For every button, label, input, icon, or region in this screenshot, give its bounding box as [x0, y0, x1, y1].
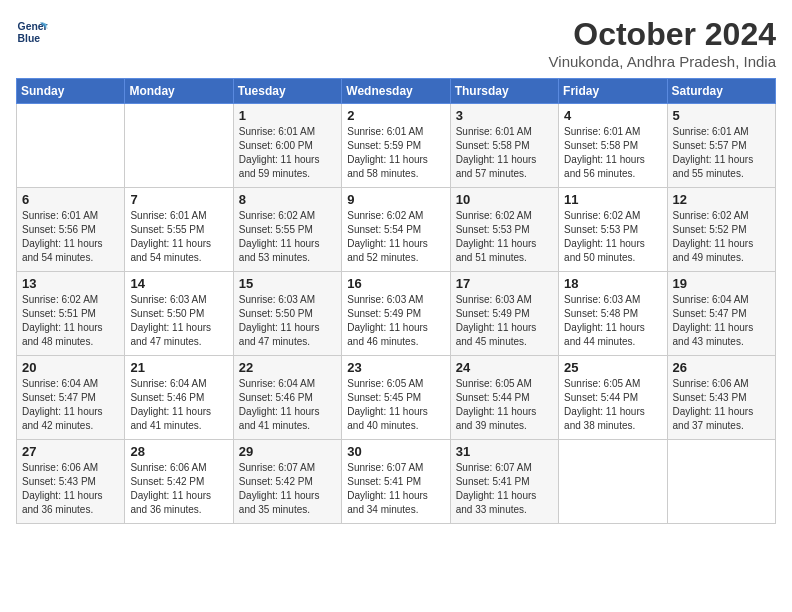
title-block: October 2024 Vinukonda, Andhra Pradesh, … — [549, 16, 776, 70]
calendar-cell: 13Sunrise: 6:02 AM Sunset: 5:51 PM Dayli… — [17, 272, 125, 356]
day-info: Sunrise: 6:02 AM Sunset: 5:51 PM Dayligh… — [22, 293, 119, 349]
day-number: 18 — [564, 276, 661, 291]
day-number: 1 — [239, 108, 336, 123]
day-info: Sunrise: 6:04 AM Sunset: 5:46 PM Dayligh… — [239, 377, 336, 433]
day-info: Sunrise: 6:06 AM Sunset: 5:43 PM Dayligh… — [22, 461, 119, 517]
logo-icon: General Blue — [16, 16, 48, 48]
calendar-cell — [559, 440, 667, 524]
calendar-cell: 25Sunrise: 6:05 AM Sunset: 5:44 PM Dayli… — [559, 356, 667, 440]
day-number: 5 — [673, 108, 770, 123]
svg-text:Blue: Blue — [18, 33, 41, 44]
calendar-cell: 9Sunrise: 6:02 AM Sunset: 5:54 PM Daylig… — [342, 188, 450, 272]
calendar-cell: 11Sunrise: 6:02 AM Sunset: 5:53 PM Dayli… — [559, 188, 667, 272]
day-info: Sunrise: 6:02 AM Sunset: 5:54 PM Dayligh… — [347, 209, 444, 265]
calendar-cell: 6Sunrise: 6:01 AM Sunset: 5:56 PM Daylig… — [17, 188, 125, 272]
day-number: 2 — [347, 108, 444, 123]
day-info: Sunrise: 6:06 AM Sunset: 5:42 PM Dayligh… — [130, 461, 227, 517]
weekday-header: Sunday — [17, 79, 125, 104]
weekday-header: Monday — [125, 79, 233, 104]
calendar-cell: 19Sunrise: 6:04 AM Sunset: 5:47 PM Dayli… — [667, 272, 775, 356]
page-header: General Blue October 2024 Vinukonda, And… — [16, 16, 776, 70]
calendar-week-row: 6Sunrise: 6:01 AM Sunset: 5:56 PM Daylig… — [17, 188, 776, 272]
day-number: 20 — [22, 360, 119, 375]
day-info: Sunrise: 6:05 AM Sunset: 5:45 PM Dayligh… — [347, 377, 444, 433]
weekday-header-row: SundayMondayTuesdayWednesdayThursdayFrid… — [17, 79, 776, 104]
day-info: Sunrise: 6:05 AM Sunset: 5:44 PM Dayligh… — [456, 377, 553, 433]
day-number: 24 — [456, 360, 553, 375]
weekday-header: Thursday — [450, 79, 558, 104]
day-number: 19 — [673, 276, 770, 291]
calendar-cell: 23Sunrise: 6:05 AM Sunset: 5:45 PM Dayli… — [342, 356, 450, 440]
calendar-cell: 29Sunrise: 6:07 AM Sunset: 5:42 PM Dayli… — [233, 440, 341, 524]
day-number: 25 — [564, 360, 661, 375]
calendar-cell — [17, 104, 125, 188]
day-info: Sunrise: 6:02 AM Sunset: 5:53 PM Dayligh… — [456, 209, 553, 265]
day-info: Sunrise: 6:05 AM Sunset: 5:44 PM Dayligh… — [564, 377, 661, 433]
calendar-cell: 20Sunrise: 6:04 AM Sunset: 5:47 PM Dayli… — [17, 356, 125, 440]
weekday-header: Friday — [559, 79, 667, 104]
day-info: Sunrise: 6:07 AM Sunset: 5:41 PM Dayligh… — [456, 461, 553, 517]
day-info: Sunrise: 6:02 AM Sunset: 5:52 PM Dayligh… — [673, 209, 770, 265]
calendar-cell: 7Sunrise: 6:01 AM Sunset: 5:55 PM Daylig… — [125, 188, 233, 272]
day-number: 4 — [564, 108, 661, 123]
calendar-cell: 31Sunrise: 6:07 AM Sunset: 5:41 PM Dayli… — [450, 440, 558, 524]
calendar-cell: 16Sunrise: 6:03 AM Sunset: 5:49 PM Dayli… — [342, 272, 450, 356]
day-number: 31 — [456, 444, 553, 459]
weekday-header: Saturday — [667, 79, 775, 104]
day-info: Sunrise: 6:04 AM Sunset: 5:47 PM Dayligh… — [22, 377, 119, 433]
weekday-header: Wednesday — [342, 79, 450, 104]
calendar-cell: 24Sunrise: 6:05 AM Sunset: 5:44 PM Dayli… — [450, 356, 558, 440]
day-number: 23 — [347, 360, 444, 375]
calendar-cell — [125, 104, 233, 188]
day-info: Sunrise: 6:01 AM Sunset: 6:00 PM Dayligh… — [239, 125, 336, 181]
weekday-header: Tuesday — [233, 79, 341, 104]
month-title: October 2024 — [549, 16, 776, 53]
day-number: 29 — [239, 444, 336, 459]
calendar-cell: 2Sunrise: 6:01 AM Sunset: 5:59 PM Daylig… — [342, 104, 450, 188]
day-number: 26 — [673, 360, 770, 375]
day-info: Sunrise: 6:07 AM Sunset: 5:41 PM Dayligh… — [347, 461, 444, 517]
day-number: 12 — [673, 192, 770, 207]
calendar-cell: 3Sunrise: 6:01 AM Sunset: 5:58 PM Daylig… — [450, 104, 558, 188]
day-number: 10 — [456, 192, 553, 207]
day-number: 15 — [239, 276, 336, 291]
day-info: Sunrise: 6:01 AM Sunset: 5:58 PM Dayligh… — [564, 125, 661, 181]
day-number: 3 — [456, 108, 553, 123]
calendar-cell: 22Sunrise: 6:04 AM Sunset: 5:46 PM Dayli… — [233, 356, 341, 440]
day-info: Sunrise: 6:02 AM Sunset: 5:55 PM Dayligh… — [239, 209, 336, 265]
calendar-cell: 18Sunrise: 6:03 AM Sunset: 5:48 PM Dayli… — [559, 272, 667, 356]
day-info: Sunrise: 6:01 AM Sunset: 5:59 PM Dayligh… — [347, 125, 444, 181]
calendar-cell: 10Sunrise: 6:02 AM Sunset: 5:53 PM Dayli… — [450, 188, 558, 272]
calendar-cell — [667, 440, 775, 524]
day-number: 7 — [130, 192, 227, 207]
calendar-week-row: 20Sunrise: 6:04 AM Sunset: 5:47 PM Dayli… — [17, 356, 776, 440]
day-number: 21 — [130, 360, 227, 375]
calendar-week-row: 13Sunrise: 6:02 AM Sunset: 5:51 PM Dayli… — [17, 272, 776, 356]
logo: General Blue — [16, 16, 48, 48]
day-number: 27 — [22, 444, 119, 459]
calendar-cell: 15Sunrise: 6:03 AM Sunset: 5:50 PM Dayli… — [233, 272, 341, 356]
calendar-cell: 4Sunrise: 6:01 AM Sunset: 5:58 PM Daylig… — [559, 104, 667, 188]
day-number: 9 — [347, 192, 444, 207]
day-info: Sunrise: 6:01 AM Sunset: 5:57 PM Dayligh… — [673, 125, 770, 181]
day-number: 14 — [130, 276, 227, 291]
day-info: Sunrise: 6:06 AM Sunset: 5:43 PM Dayligh… — [673, 377, 770, 433]
calendar-week-row: 27Sunrise: 6:06 AM Sunset: 5:43 PM Dayli… — [17, 440, 776, 524]
calendar-cell: 21Sunrise: 6:04 AM Sunset: 5:46 PM Dayli… — [125, 356, 233, 440]
calendar-cell: 17Sunrise: 6:03 AM Sunset: 5:49 PM Dayli… — [450, 272, 558, 356]
day-number: 17 — [456, 276, 553, 291]
day-info: Sunrise: 6:02 AM Sunset: 5:53 PM Dayligh… — [564, 209, 661, 265]
calendar-cell: 5Sunrise: 6:01 AM Sunset: 5:57 PM Daylig… — [667, 104, 775, 188]
day-info: Sunrise: 6:04 AM Sunset: 5:47 PM Dayligh… — [673, 293, 770, 349]
day-info: Sunrise: 6:07 AM Sunset: 5:42 PM Dayligh… — [239, 461, 336, 517]
calendar-week-row: 1Sunrise: 6:01 AM Sunset: 6:00 PM Daylig… — [17, 104, 776, 188]
day-number: 11 — [564, 192, 661, 207]
calendar-cell: 1Sunrise: 6:01 AM Sunset: 6:00 PM Daylig… — [233, 104, 341, 188]
calendar-cell: 27Sunrise: 6:06 AM Sunset: 5:43 PM Dayli… — [17, 440, 125, 524]
calendar-cell: 26Sunrise: 6:06 AM Sunset: 5:43 PM Dayli… — [667, 356, 775, 440]
day-info: Sunrise: 6:03 AM Sunset: 5:50 PM Dayligh… — [239, 293, 336, 349]
day-number: 8 — [239, 192, 336, 207]
calendar-cell: 12Sunrise: 6:02 AM Sunset: 5:52 PM Dayli… — [667, 188, 775, 272]
location-title: Vinukonda, Andhra Pradesh, India — [549, 53, 776, 70]
day-info: Sunrise: 6:01 AM Sunset: 5:56 PM Dayligh… — [22, 209, 119, 265]
